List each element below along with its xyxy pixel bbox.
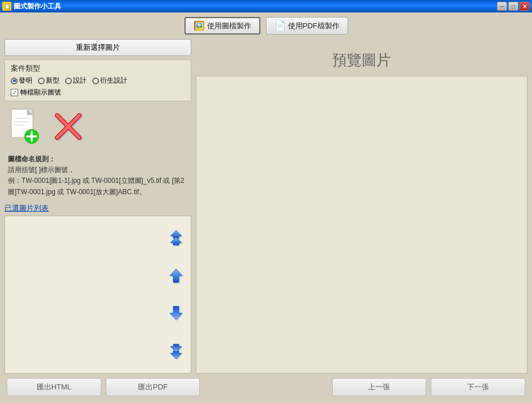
nav-buttons: [161, 216, 191, 373]
left-panel: 重新選擇圖片 案件類型 發明 新型 設計: [5, 39, 191, 374]
move-bottom-icon: [166, 341, 186, 360]
radio-circle-design: [65, 78, 72, 84]
close-button[interactable]: ✕: [520, 2, 530, 11]
svg-marker-16: [170, 306, 182, 320]
case-type-label: 案件類型: [11, 63, 185, 74]
image-icon: 🖼️: [194, 20, 205, 31]
minimize-button[interactable]: ─: [497, 2, 507, 11]
radio-derived-design[interactable]: 衍生設計: [92, 76, 127, 85]
right-panel: 預覽圖片: [196, 39, 527, 374]
use-image-button[interactable]: 🖼️ 使用圖檔製作: [185, 17, 260, 35]
svg-marker-14: [170, 237, 182, 245]
titlebar: 📋 圖式製作小工具 ─ □ ✕: [0, 0, 532, 12]
main-content: 🖼️ 使用圖檔製作 📄 使用PDF檔製作 重新選擇圖片 案件類型 發明: [0, 12, 532, 403]
next-button[interactable]: 下一張: [431, 378, 525, 396]
add-file-svg: [10, 108, 41, 145]
radio-design[interactable]: 設計: [65, 76, 87, 85]
preview-title: 預覽圖片: [196, 50, 527, 70]
move-down-button[interactable]: [166, 303, 186, 323]
instructions: 圖檔命名規則： 請用括號[ ]標示圖號， 例：TW-0001[圖1-1].jpg…: [5, 152, 191, 200]
prev-button[interactable]: 上一張: [332, 378, 427, 396]
preview-area: [196, 76, 527, 374]
image-list-content: [5, 216, 161, 373]
move-down-icon: [168, 305, 185, 321]
toolbar: 🖼️ 使用圖檔製作 📄 使用PDF檔製作: [5, 17, 527, 35]
checkbox-label: 轉檔顯示圖號: [20, 88, 61, 97]
radio-invention[interactable]: 發明: [11, 76, 32, 85]
app-icon: 📋: [2, 2, 11, 11]
image-list-box: [5, 216, 191, 374]
maximize-button[interactable]: □: [508, 2, 518, 11]
reselect-button[interactable]: 重新選擇圖片: [5, 39, 191, 56]
delete-svg: [53, 111, 84, 142]
window-controls: ─ □ ✕: [497, 2, 530, 11]
case-type-box: 案件類型 發明 新型 設計: [5, 59, 191, 101]
radio-circle-new-type: [38, 78, 45, 84]
move-top-button[interactable]: [166, 229, 186, 249]
export-pdf-button[interactable]: 匯出PDF: [106, 378, 200, 396]
app-title: 圖式製作小工具: [14, 2, 497, 11]
svg-marker-18: [170, 344, 182, 352]
export-html-button[interactable]: 匯出HTML: [7, 378, 101, 396]
radio-circle-derived: [92, 78, 99, 84]
radio-group: 發明 新型 設計 衍生設計: [11, 76, 185, 85]
list-title: 已選圖片列表: [5, 203, 191, 213]
checkbox-show-fig-num[interactable]: ✓ 轉檔顯示圖號: [11, 88, 185, 97]
bottom-bar: 匯出HTML 匯出PDF 上一張 下一張: [5, 374, 527, 398]
move-bottom-button[interactable]: [166, 340, 186, 361]
move-top-icon: [166, 229, 186, 248]
move-up-icon: [168, 267, 185, 284]
use-pdf-button[interactable]: 📄 使用PDF檔製作: [266, 17, 348, 35]
pdf-icon: 📄: [274, 20, 286, 31]
move-up-button[interactable]: [166, 265, 186, 286]
icon-area: [5, 105, 191, 148]
delete-file-button[interactable]: [53, 111, 84, 142]
body-area: 重新選擇圖片 案件類型 發明 新型 設計: [5, 39, 527, 374]
svg-marker-15: [170, 269, 182, 282]
list-section: 已選圖片列表: [5, 203, 191, 374]
radio-new-type[interactable]: 新型: [38, 76, 59, 85]
add-file-button[interactable]: [10, 108, 41, 145]
checkbox-icon: ✓: [11, 89, 18, 96]
radio-circle-invention: [11, 78, 18, 84]
